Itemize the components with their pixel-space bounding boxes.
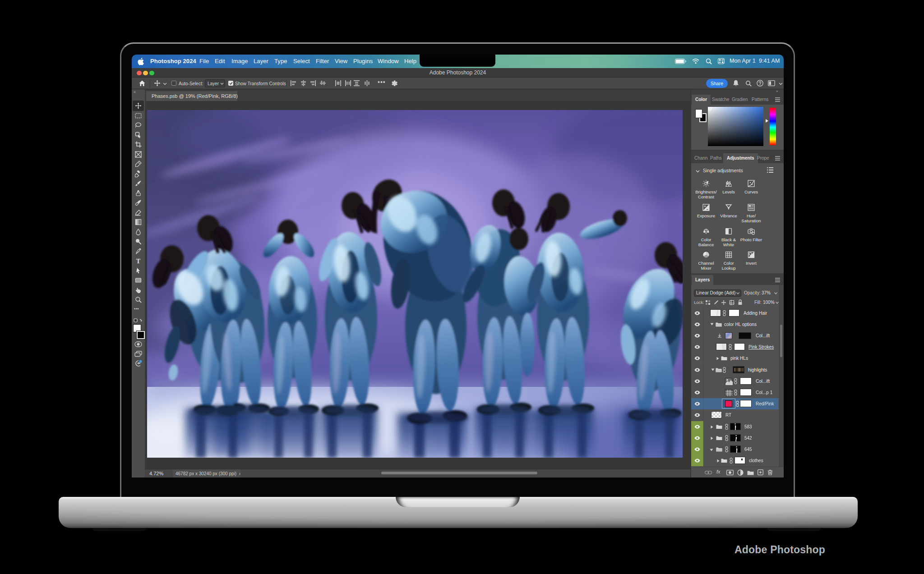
svg-text:T: T: [136, 258, 141, 265]
